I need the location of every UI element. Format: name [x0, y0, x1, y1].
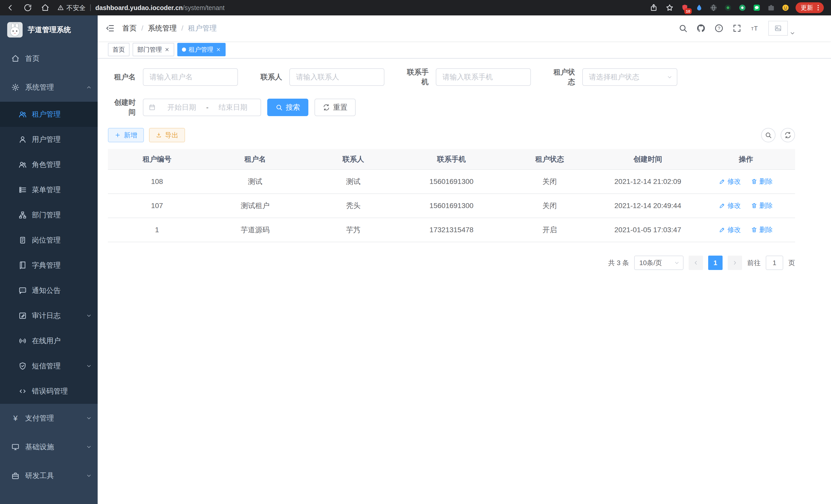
status-label: 租户状态: [547, 67, 582, 87]
tenant-name-input[interactable]: [143, 68, 238, 86]
table-toolbar: 新增 导出: [108, 128, 795, 142]
menu-fold-button[interactable]: [105, 24, 115, 33]
toggle-search-button[interactable]: [761, 128, 775, 142]
home-icon[interactable]: [40, 3, 50, 13]
tab-tenant[interactable]: 租户管理: [177, 43, 226, 56]
sidebar-item-audit-log[interactable]: 审计日志: [0, 303, 98, 328]
sidebar-item-user[interactable]: 用户管理: [0, 127, 98, 152]
sidebar-item-error-code[interactable]: 错误码管理: [0, 379, 98, 404]
page-content: 租户名 联系人 联系手机 租户状态 请选择租户状态: [98, 59, 831, 504]
broken-image-icon: [774, 25, 782, 32]
page-size-select[interactable]: 10条/页: [634, 256, 684, 270]
search-button[interactable]: 搜索: [267, 99, 308, 116]
share-icon[interactable]: [649, 3, 659, 13]
goto-suffix-label: 页: [789, 259, 795, 267]
yen-icon: ¥: [11, 414, 20, 422]
shield-icon: [19, 362, 27, 370]
edit-icon: [719, 178, 725, 184]
sidebar-item-home[interactable]: 首页: [0, 44, 98, 73]
sidebar-item-dept[interactable]: 部门管理: [0, 202, 98, 228]
phone-cell: 17321315478: [402, 218, 500, 242]
sidebar-item-devtools[interactable]: 研发工具: [0, 462, 98, 490]
bookmark-star-icon[interactable]: [664, 3, 675, 13]
sidebar-item-tenant[interactable]: 租户管理: [0, 102, 98, 127]
contact-input[interactable]: [289, 68, 384, 86]
goto-page-input[interactable]: [766, 256, 783, 270]
next-page-button[interactable]: [728, 256, 742, 270]
delete-row-button[interactable]: 删除: [751, 225, 773, 234]
tab-home[interactable]: 首页: [108, 43, 130, 56]
chevron-right-icon: [732, 260, 738, 266]
extension-globe-icon[interactable]: [709, 3, 718, 12]
back-icon[interactable]: [5, 3, 16, 13]
phone-label: 联系手机: [401, 67, 436, 87]
delete-row-button[interactable]: 删除: [751, 177, 773, 186]
breadcrumb-current: 租户管理: [188, 23, 217, 33]
help-icon[interactable]: ?: [714, 24, 724, 33]
sidebar-item-infra[interactable]: 基础设施: [0, 433, 98, 462]
monitor-icon: [11, 443, 20, 451]
reload-icon[interactable]: [23, 3, 33, 13]
breadcrumb-system[interactable]: 系统管理: [148, 23, 177, 33]
extension-green-circle-icon[interactable]: [738, 3, 747, 12]
sidebar-item-system[interactable]: 系统管理: [0, 73, 98, 102]
extension-puzzle-icon[interactable]: [767, 3, 775, 12]
chevron-down-icon: [86, 363, 91, 368]
phone-cell: 15601691300: [402, 170, 500, 194]
search-icon[interactable]: [678, 24, 688, 33]
user-avatar-menu[interactable]: [768, 21, 795, 36]
font-size-icon[interactable]: TT: [750, 24, 760, 33]
user-icon: [19, 136, 27, 144]
tenant-name-cell: 芋道源码: [206, 218, 304, 242]
extension-drop-icon[interactable]: [695, 3, 704, 12]
page-1-button[interactable]: 1: [708, 256, 722, 270]
column-header: 操作: [697, 149, 795, 170]
export-button[interactable]: 导出: [149, 128, 185, 142]
sidebar-item-online-user[interactable]: 在线用户: [0, 328, 98, 353]
edit-row-button[interactable]: 修改: [719, 225, 741, 234]
edit-icon: [719, 227, 725, 233]
extension-dark-circle-icon[interactable]: [724, 3, 732, 12]
date-range-picker[interactable]: 开始日期 - 结束日期: [143, 99, 261, 116]
sidebar-item-notice[interactable]: 通知公告: [0, 278, 98, 303]
edit-row-button[interactable]: 修改: [719, 177, 741, 186]
sidebar-item-dict[interactable]: 字典管理: [0, 253, 98, 278]
browser-nav: [5, 3, 50, 13]
caret-down-icon: [667, 75, 672, 80]
sidebar-item-sms[interactable]: 短信管理: [0, 353, 98, 379]
phone-cell: 15601691300: [402, 194, 500, 218]
extension-face-icon[interactable]: [781, 3, 790, 12]
sidebar-item-role[interactable]: 角色管理: [0, 152, 98, 177]
filter-row-1: 租户名 联系人 联系手机 租户状态 请选择租户状态: [108, 67, 795, 87]
edit-row-button[interactable]: 修改: [719, 201, 741, 210]
fullscreen-icon[interactable]: [732, 24, 742, 33]
plus-icon: [115, 132, 121, 138]
github-icon[interactable]: [696, 24, 706, 33]
add-button[interactable]: 新增: [108, 128, 144, 142]
tab-dept[interactable]: 部门管理: [133, 43, 174, 56]
reset-button[interactable]: 重置: [315, 99, 355, 116]
prev-page-button[interactable]: [689, 256, 703, 270]
address-bar[interactable]: 不安全 dashboard.yudao.iocoder.cn/system/te…: [58, 4, 649, 12]
sidebar-item-menu[interactable]: 菜单管理: [0, 177, 98, 202]
org-tree-icon: [19, 211, 27, 219]
phone-input[interactable]: [436, 68, 531, 86]
breadcrumb-home[interactable]: 首页: [122, 23, 137, 33]
sidebar-item-post[interactable]: 岗位管理: [0, 228, 98, 253]
status-select[interactable]: 请选择租户状态: [582, 68, 677, 86]
chevron-up-icon: [86, 85, 91, 90]
people-icon: [19, 160, 27, 169]
browser-update-button[interactable]: 更新: [796, 2, 824, 13]
tenant-id-cell: 108: [108, 170, 206, 194]
refresh-icon: [784, 131, 792, 139]
status-cell: 关闭: [500, 170, 599, 194]
sidebar-item-payment[interactable]: ¥ 支付管理: [0, 404, 98, 433]
close-icon[interactable]: [165, 47, 170, 52]
refresh-table-button[interactable]: [781, 128, 795, 142]
delete-row-button[interactable]: 删除: [751, 201, 773, 210]
svg-text:T: T: [751, 26, 754, 31]
close-icon[interactable]: [216, 47, 221, 52]
extension-chat-icon[interactable]: [752, 3, 761, 12]
extension-shield-icon[interactable]: 10: [681, 3, 689, 12]
address-divider: [90, 4, 91, 11]
